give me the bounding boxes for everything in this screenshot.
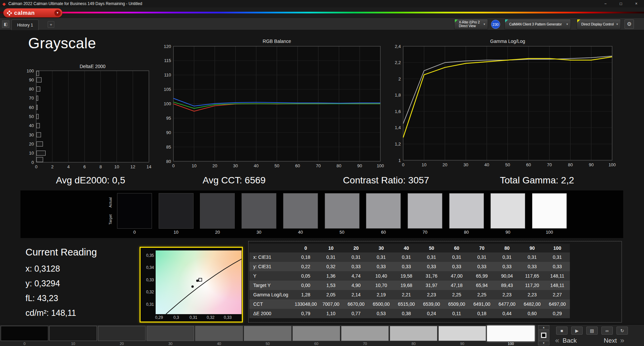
swatch-90: 90 xyxy=(490,193,525,235)
cie-x-tick: 0,31 xyxy=(188,315,199,320)
panel-toggle-button[interactable]: ◧ xyxy=(2,20,9,28)
display-control-dropdown[interactable]: Direct Display Control ▼ xyxy=(577,19,621,30)
table-cell: 0,33 xyxy=(369,262,394,271)
table-cell: 7007,00 xyxy=(318,299,343,309)
pattern-level-50[interactable]: 50 xyxy=(244,326,291,346)
pattern-level-0[interactable]: 0 xyxy=(1,326,48,346)
rainbow-gradient xyxy=(0,12,644,13)
corner-cell xyxy=(249,244,293,252)
pattern-level-90[interactable]: 90 xyxy=(438,326,486,346)
swatch-color-patch xyxy=(117,193,152,229)
maximize-button[interactable]: □ xyxy=(613,0,629,7)
table-cell: 2,19 xyxy=(369,290,394,299)
table-cell: 1,28 xyxy=(293,290,318,299)
pattern-swatch xyxy=(147,326,194,341)
svg-text:10: 10 xyxy=(422,162,426,167)
swatch-color-patch xyxy=(159,193,194,229)
svg-text:95: 95 xyxy=(166,116,171,121)
meter-dropdown[interactable]: X-Rite i1Pro 2 Direct View ▼ xyxy=(454,19,488,30)
pattern-level-label: 60 xyxy=(292,342,340,346)
svg-text:120: 120 xyxy=(164,44,171,49)
swatch-50: 50 xyxy=(325,193,360,235)
pattern-level-label: 10 xyxy=(49,342,97,346)
save-button[interactable]: ▤ xyxy=(586,327,598,335)
pattern-level-20[interactable]: 20 xyxy=(98,326,146,346)
play-button[interactable]: ▶ xyxy=(571,327,583,335)
spinner-down-button[interactable]: ▼ xyxy=(538,341,549,345)
header-bar: calman ▼ xyxy=(0,7,644,18)
table-cell: 0,33 xyxy=(520,262,545,271)
table-header: 0102030405060708090100 xyxy=(249,244,570,252)
swatch-30: 30 xyxy=(241,193,276,235)
svg-text:70: 70 xyxy=(547,162,552,167)
swatch-label: 50 xyxy=(325,230,360,235)
close-button[interactable]: × xyxy=(629,0,644,7)
pattern-level-label: 20 xyxy=(98,342,146,346)
add-tab-button[interactable]: + xyxy=(48,21,54,28)
pattern-generator-dropdown[interactable]: CalMAN Client 3 Pattern Generator ▼ xyxy=(504,19,571,30)
pattern-level-40[interactable]: 40 xyxy=(195,326,243,346)
tab-history-1[interactable]: History 1 xyxy=(11,19,39,30)
swatch-label: 70 xyxy=(408,230,442,235)
pattern-level-60[interactable]: 60 xyxy=(292,326,340,346)
svg-text:12: 12 xyxy=(130,164,135,169)
svg-text:85: 85 xyxy=(166,145,171,150)
row-label: ΔE 2000 xyxy=(249,309,293,318)
svg-text:6: 6 xyxy=(83,164,86,169)
table-cell: 0,31 xyxy=(520,252,545,262)
meter-target-badge[interactable]: 230 xyxy=(491,20,500,29)
grayscale-swatch-strip: Actual Target 0102030405060708090100 xyxy=(20,190,623,238)
reading-y: y: 0,3294 xyxy=(25,276,97,291)
svg-text:40: 40 xyxy=(29,123,34,128)
table-row: x: CIE310,180,310,310,310,310,310,310,31… xyxy=(249,252,570,262)
main-content: Grayscale DeltaE 20000246810121401020304… xyxy=(0,30,644,324)
pattern-level-label: 50 xyxy=(244,342,291,346)
table-cell: 0,05 xyxy=(293,271,318,281)
pattern-level-30[interactable]: 30 xyxy=(147,326,194,346)
table-cell: 0,33 xyxy=(394,262,419,271)
next-button[interactable]: Next » xyxy=(604,336,624,345)
minimize-button[interactable]: − xyxy=(598,0,613,7)
tab-label: History 1 xyxy=(17,23,33,27)
table-row: y: CIE310,220,320,330,330,330,330,330,33… xyxy=(249,262,570,271)
svg-text:2: 2 xyxy=(51,164,53,169)
swatch-label: 20 xyxy=(200,230,235,235)
pattern-level-70[interactable]: 70 xyxy=(341,326,389,346)
calman-menu-button[interactable]: calman ▼ xyxy=(3,8,62,17)
settings-gear-button[interactable]: ⚙ xyxy=(625,19,634,29)
pattern-swatch xyxy=(341,326,389,341)
target-row-label: Target xyxy=(108,211,114,229)
pattern-window-button[interactable] xyxy=(538,330,549,341)
table-cell: 47,00 xyxy=(444,271,469,281)
back-button[interactable]: « Back xyxy=(555,336,577,345)
table-cell: 0,77 xyxy=(343,309,369,318)
window-controls: − □ × xyxy=(598,0,644,7)
table-row: Gamma Log/Log1,282,052,142,192,212,232,2… xyxy=(249,290,570,299)
column-header: 80 xyxy=(494,244,520,252)
pattern-swatch xyxy=(244,326,291,341)
chevron-down-icon: ▼ xyxy=(614,23,621,26)
cie-plot-area xyxy=(156,250,241,314)
stat-contrast-ratio: Contrast Ratio: 3057 xyxy=(319,175,453,188)
swatch-label: 80 xyxy=(449,230,484,235)
loop-button[interactable]: ∞ xyxy=(601,327,613,335)
table-cell: 117,20 xyxy=(520,281,545,290)
svg-text:80: 80 xyxy=(336,163,341,168)
pattern-level-80[interactable]: 80 xyxy=(390,326,437,346)
chevron-down-icon: ▼ xyxy=(481,23,488,26)
table-cell: 0,31 xyxy=(545,252,570,262)
pattern-level-10[interactable]: 10 xyxy=(49,326,97,346)
swatch-color-patch xyxy=(408,193,442,229)
cie-y-tick: 0,33 xyxy=(141,278,154,282)
table-cell: 10,40 xyxy=(369,271,394,281)
svg-text:DeltaE 2000: DeltaE 2000 xyxy=(79,64,105,69)
grayscale-table: 0102030405060708090100x: CIE310,180,310,… xyxy=(249,244,570,318)
spinner-up-button[interactable]: ▲ xyxy=(538,325,549,330)
pattern-level-100[interactable]: 100 xyxy=(487,326,535,346)
stop-button[interactable]: ■ xyxy=(556,327,568,335)
table-cell: 148,11 xyxy=(545,271,570,281)
svg-text:100: 100 xyxy=(377,163,384,168)
pattern-swatch xyxy=(1,326,48,341)
pattern-level-label: 40 xyxy=(195,342,243,346)
refresh-button[interactable]: ↻ xyxy=(616,327,628,335)
